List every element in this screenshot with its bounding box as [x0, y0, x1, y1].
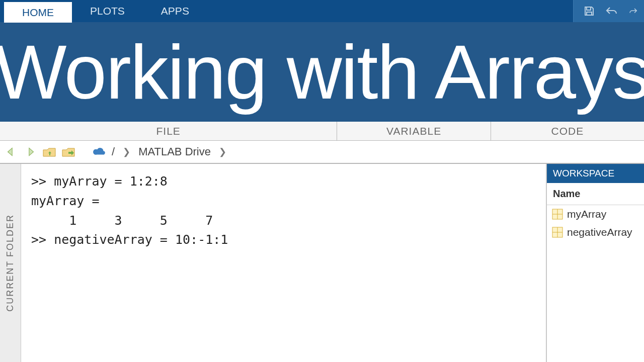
current-folder-label: CURRENT FOLDER — [5, 214, 16, 312]
tab-strip: HOME PLOTS APPS — [0, 0, 207, 22]
path-toolbar: / ❯ MATLAB Drive ❯ — [0, 141, 644, 164]
workspace-panel: WORKSPACE Name myArray negativeArray — [546, 164, 644, 362]
cloud-icon[interactable] — [93, 145, 107, 159]
up-folder-icon[interactable] — [42, 145, 56, 159]
workspace-var-name: myArray — [567, 208, 606, 220]
breadcrumb-root[interactable]: / — [112, 145, 115, 158]
browse-folder-icon[interactable] — [61, 145, 75, 159]
workspace-var[interactable]: negativeArray — [547, 223, 644, 241]
variable-grid-icon — [552, 209, 563, 220]
workspace-var-name: negativeArray — [567, 226, 632, 238]
ribbon-section-file: FILE — [0, 122, 337, 140]
tab-apps[interactable]: APPS — [143, 0, 207, 22]
workspace-title[interactable]: WORKSPACE — [547, 164, 644, 183]
undo-icon[interactable] — [605, 5, 618, 18]
main-area: CURRENT FOLDER >> myArray = 1:2:8 myArra… — [0, 164, 644, 362]
redo-icon[interactable] — [627, 5, 640, 18]
headline-text: Working with Arrays — [0, 28, 644, 116]
breadcrumb-folder[interactable]: MATLAB Drive — [138, 145, 211, 158]
ribbon-section-variable: VARIABLE — [337, 122, 491, 140]
cmd-line: myArray = — [31, 192, 536, 211]
cmd-line: >> myArray = 1:2:8 — [31, 172, 536, 192]
workspace-col-header[interactable]: Name — [547, 183, 644, 205]
cmd-line: 1 3 5 7 — [31, 211, 536, 231]
ribbon-section-code: CODE — [491, 122, 644, 140]
chevron-right-icon: ❯ — [219, 146, 226, 157]
tab-plots[interactable]: PLOTS — [72, 0, 143, 22]
top-tab-bar: HOME PLOTS APPS — [0, 0, 644, 22]
back-icon[interactable] — [4, 145, 18, 159]
chevron-right-icon: ❯ — [123, 146, 130, 157]
variable-grid-icon — [552, 227, 563, 238]
headline-overlay: Working with Arrays — [0, 22, 644, 122]
current-folder-panel-collapsed[interactable]: CURRENT FOLDER — [0, 164, 21, 362]
ribbon-section-labels: FILE VARIABLE CODE — [0, 122, 644, 141]
workspace-var[interactable]: myArray — [547, 205, 644, 223]
cmd-line: >> negativeArray = 10:-1:1 — [31, 230, 536, 250]
tab-home[interactable]: HOME — [4, 2, 72, 23]
command-window[interactable]: >> myArray = 1:2:8 myArray = 1 3 5 7 >> … — [21, 164, 546, 362]
forward-icon[interactable] — [23, 145, 37, 159]
quick-access-toolbar — [573, 0, 644, 22]
save-icon[interactable] — [583, 5, 596, 18]
